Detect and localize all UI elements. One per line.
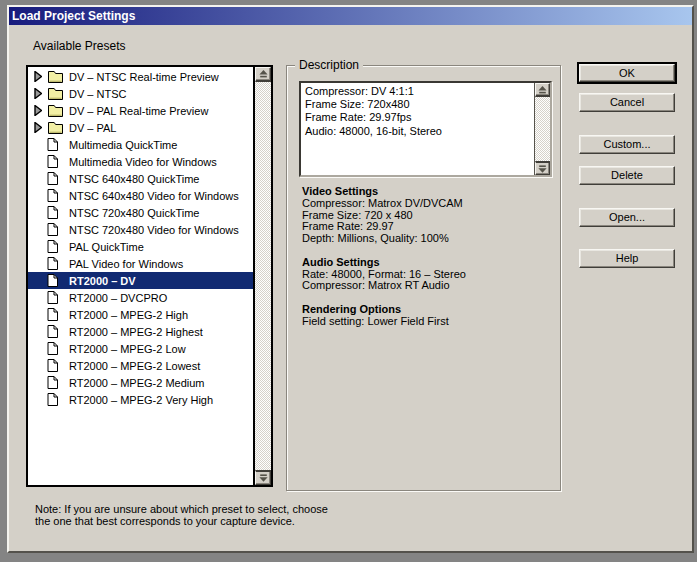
- preset-file-icon: [47, 138, 58, 151]
- expand-triangle[interactable]: [34, 71, 42, 82]
- folder-icon-wrap: [48, 121, 63, 134]
- arrow-down-icon: [259, 474, 268, 482]
- settings-line: Compressor: Matrox RT Audio: [302, 280, 552, 292]
- preset-item-label: NTSC 640x480 QuickTime: [69, 173, 199, 185]
- preset-item[interactable]: NTSC 720x480 Video for Windows: [28, 221, 253, 238]
- preset-file-icon: [47, 342, 58, 355]
- preset-item-label: Multimedia QuickTime: [69, 139, 177, 151]
- preset-item-label: RT2000 – MPEG-2 Medium: [69, 377, 205, 389]
- load-project-settings-dialog: Load Project Settings Available Presets …: [7, 5, 694, 553]
- expand-triangle-icon: [34, 122, 42, 133]
- preset-file-icon-wrap: [47, 308, 58, 321]
- scroll-down-button[interactable]: [255, 470, 271, 485]
- preset-item-label: DV – NTSC: [69, 88, 126, 100]
- preset-item[interactable]: RT2000 – MPEG-2 High: [28, 306, 253, 323]
- preset-file-icon: [47, 223, 58, 236]
- description-summary: Compressor: DV 4:1:1 Frame Size: 720x480…: [301, 83, 533, 175]
- preset-item-label: PAL QuickTime: [69, 241, 144, 253]
- preset-file-icon-wrap: [47, 240, 58, 253]
- folder-icon-wrap: [48, 70, 63, 83]
- delete-button[interactable]: Delete: [579, 166, 675, 185]
- preset-item[interactable]: RT2000 – MPEG-2 Medium: [28, 374, 253, 391]
- preset-file-icon-wrap: [47, 325, 58, 338]
- description-group: Description Compressor: DV 4:1:1 Frame S…: [286, 65, 561, 491]
- preset-file-icon-wrap: [47, 155, 58, 168]
- preset-item[interactable]: NTSC 640x480 QuickTime: [28, 170, 253, 187]
- scroll-up-button[interactable]: [535, 83, 550, 97]
- title-bar[interactable]: Load Project Settings: [9, 7, 692, 25]
- preset-list-scrollbar[interactable]: [253, 67, 271, 485]
- folder-icon-wrap: [48, 87, 63, 100]
- preset-file-icon-wrap: [47, 274, 58, 287]
- preset-item[interactable]: RT2000 – MPEG-2 Lowest: [28, 357, 253, 374]
- preset-file-icon: [47, 291, 58, 304]
- note-text: Note: If you are unsure about which pres…: [35, 503, 328, 528]
- expand-triangle[interactable]: [34, 105, 42, 116]
- preset-item[interactable]: NTSC 640x480 Video for Windows: [28, 187, 253, 204]
- settings-line: Depth: Millions, Quality: 100%: [302, 233, 552, 245]
- preset-item-label: RT2000 – MPEG-2 Low: [69, 343, 186, 355]
- ok-button[interactable]: OK: [579, 64, 675, 82]
- settings-section: Audio SettingsRate: 48000, Format: 16 – …: [302, 257, 552, 292]
- preset-list-items: DV – NTSC Real-time PreviewDV – NTSCDV –…: [28, 67, 253, 485]
- preset-item[interactable]: Multimedia QuickTime: [28, 136, 253, 153]
- help-button[interactable]: Help: [579, 249, 675, 268]
- expand-triangle[interactable]: [34, 122, 42, 133]
- folder-icon: [48, 104, 63, 117]
- preset-item[interactable]: RT2000 – MPEG-2 Low: [28, 340, 253, 357]
- preset-item[interactable]: DV – PAL Real-time Preview: [28, 102, 253, 119]
- preset-item-label: RT2000 – DVCPRO: [69, 292, 167, 304]
- expand-triangle-icon: [34, 105, 42, 116]
- arrow-up-icon: [259, 70, 268, 78]
- preset-file-icon: [47, 189, 58, 202]
- preset-item-label: NTSC 640x480 Video for Windows: [69, 190, 239, 202]
- preset-file-icon: [47, 257, 58, 270]
- custom-button[interactable]: Custom...: [579, 135, 675, 154]
- preset-item[interactable]: Multimedia Video for Windows: [28, 153, 253, 170]
- preset-file-icon-wrap: [47, 206, 58, 219]
- preset-file-icon-wrap: [47, 393, 58, 406]
- settings-sections: Video SettingsCompressor: Matrox DV/DVCA…: [302, 186, 552, 339]
- settings-line: Compressor: Matrox DV/DVCAM: [302, 198, 552, 210]
- expand-triangle-icon: [34, 71, 42, 82]
- scroll-up-button[interactable]: [255, 67, 271, 82]
- folder-icon: [48, 70, 63, 83]
- preset-file-icon: [47, 393, 58, 406]
- preset-item[interactable]: RT2000 – DVCPRO: [28, 289, 253, 306]
- description-legend: Description: [295, 59, 363, 72]
- settings-section-heading: Rendering Options: [302, 304, 552, 316]
- preset-item-label: Multimedia Video for Windows: [69, 156, 217, 168]
- preset-file-icon-wrap: [47, 223, 58, 236]
- preset-item[interactable]: PAL QuickTime: [28, 238, 253, 255]
- preset-item-label: RT2000 – MPEG-2 High: [69, 309, 188, 321]
- preset-item[interactable]: RT2000 – MPEG-2 Very High: [28, 391, 253, 408]
- settings-section: Video SettingsCompressor: Matrox DV/DVCA…: [302, 186, 552, 245]
- cancel-button[interactable]: Cancel: [579, 93, 675, 112]
- description-scrollbar[interactable]: [534, 83, 550, 175]
- folder-icon: [48, 121, 63, 134]
- preset-file-icon-wrap: [47, 257, 58, 270]
- expand-triangle[interactable]: [34, 88, 42, 99]
- preset-item[interactable]: RT2000 – DV: [28, 272, 253, 289]
- preset-item-label: DV – NTSC Real-time Preview: [69, 71, 219, 83]
- preset-file-icon: [47, 308, 58, 321]
- preset-file-icon: [47, 240, 58, 253]
- preset-file-icon: [47, 274, 58, 287]
- settings-section-heading: Audio Settings: [302, 257, 552, 269]
- preset-file-icon-wrap: [47, 189, 58, 202]
- open-button[interactable]: Open...: [579, 208, 675, 227]
- preset-item[interactable]: DV – NTSC Real-time Preview: [28, 68, 253, 85]
- settings-line: Field setting: Lower Field First: [302, 316, 552, 328]
- preset-item[interactable]: RT2000 – MPEG-2 Highest: [28, 323, 253, 340]
- preset-item-label: RT2000 – MPEG-2 Highest: [69, 326, 203, 338]
- preset-item[interactable]: DV – PAL: [28, 119, 253, 136]
- scroll-down-button[interactable]: [535, 161, 550, 175]
- preset-item[interactable]: PAL Video for Windows: [28, 255, 253, 272]
- available-presets-label: Available Presets: [33, 40, 126, 53]
- preset-item-label: RT2000 – MPEG-2 Lowest: [69, 360, 200, 372]
- expand-triangle-icon: [34, 88, 42, 99]
- preset-item-label: RT2000 – DV: [69, 275, 136, 287]
- preset-item[interactable]: NTSC 720x480 QuickTime: [28, 204, 253, 221]
- preset-file-icon-wrap: [47, 172, 58, 185]
- preset-item[interactable]: DV – NTSC: [28, 85, 253, 102]
